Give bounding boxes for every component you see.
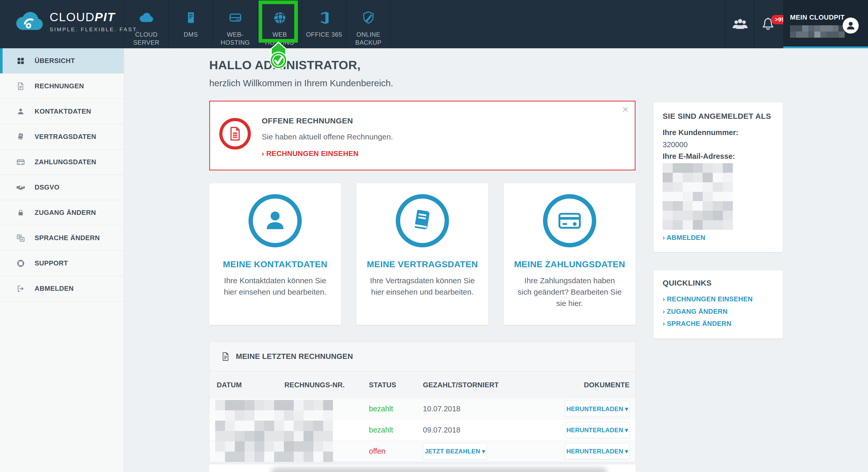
credit-card-icon — [16, 158, 25, 166]
sidebar-item-rechnungen[interactable]: RECHNUNGEN — [0, 73, 124, 99]
office-icon — [317, 9, 331, 26]
col-rechnungs-nr: RECHNUNGS-NR. — [284, 381, 345, 389]
quicklink-zugang-aendern[interactable]: › ZUGANG ÄNDERN — [663, 308, 728, 316]
close-icon[interactable]: × — [622, 104, 628, 115]
col-status: STATUS — [369, 381, 396, 389]
credit-card-icon — [557, 208, 583, 234]
card-vertragsdaten[interactable]: MEINE VERTRAGSDATEN Ihre Vertragsdaten k… — [356, 183, 488, 325]
card-kontaktdaten[interactable]: MEINE KONTAKTDATEN Ihre Kontaktdaten kön… — [209, 183, 341, 325]
card-description: Ihre Kontaktdaten können Sie hier einseh… — [222, 275, 328, 298]
sidebar-item-uebersicht[interactable]: ÜBERSICHT — [0, 48, 124, 73]
logged-in-title: SIE SIND ANGEMELDET ALS — [663, 112, 771, 121]
translate-icon: A — [16, 234, 25, 243]
person-icon — [845, 20, 857, 32]
sidebar: ÜBERSICHT RECHNUNGEN KONTAKTDATEN — [0, 48, 124, 472]
card-title: MEINE KONTAKTDATEN — [209, 259, 341, 269]
recent-invoices-panel: MEINE LETZTEN RECHNUNGEN DATUM RECHNUNGS… — [209, 342, 636, 462]
quicklinks-title: QUICKLINKS — [663, 279, 712, 287]
brand-logo[interactable]: CLOUDPIT SIMPLE. FLEXIBLE. FAST. — [16, 10, 139, 33]
handshake-icon — [16, 183, 25, 192]
col-dokumente: DOKUMENTE — [584, 381, 629, 389]
alert-view-invoices-link[interactable]: › RECHNUNGEN EINSEHEN — [262, 150, 359, 158]
server-icon — [228, 9, 243, 26]
nav-item-web-hosting-1[interactable]: WEB-HOSTING — [213, 0, 257, 48]
sidebar-item-sprache-aendern[interactable]: A SPRACHE ÄNDERN — [0, 225, 124, 251]
invoices-title: MEINE LETZTEN RECHNUNGEN — [236, 352, 353, 361]
account-label: MEIN CLOUDPIT — [790, 13, 845, 22]
book-icon — [16, 133, 25, 141]
card-ring — [249, 194, 302, 247]
book-icon — [409, 208, 435, 234]
topbar-divider — [725, 0, 726, 48]
alert-ring — [219, 118, 251, 150]
avatar[interactable] — [843, 18, 859, 34]
status-paid: bezahlt — [369, 426, 393, 434]
status-open: offen — [369, 447, 385, 455]
nav-item-cloud-server[interactable]: CLOUD SERVER — [124, 0, 168, 48]
sidebar-item-dsgvo[interactable]: DSGVO — [0, 175, 124, 200]
card-description: Ihre Zahlungsdaten haben sich geändert? … — [517, 275, 623, 309]
invoice-file-icon — [16, 82, 25, 90]
sidebar-item-abmelden[interactable]: ABMELDEN — [0, 276, 124, 301]
card-ring — [543, 194, 596, 247]
col-gezahlt-storniert: GEZAHLT/STORNIERT — [423, 381, 499, 389]
product-nav: CLOUD SERVER DMS WEB-HOSTING — [124, 0, 391, 48]
card-ring — [396, 194, 449, 247]
download-dropdown-button[interactable]: HERUNTERLADEN ▾ — [565, 422, 629, 438]
sidebar-item-vertragsdaten[interactable]: VERTRAGSDATEN — [0, 124, 124, 150]
status-paid: bezahlt — [369, 405, 393, 413]
paid-date: 10.07.2018 — [423, 405, 460, 413]
alert-message: Sie haben aktuell offene Rechnungen. — [262, 132, 393, 141]
svg-text:A: A — [21, 238, 23, 241]
logout-link[interactable]: › ABMELDEN — [663, 234, 705, 242]
person-icon — [262, 207, 288, 234]
logout-icon — [16, 285, 25, 293]
nav-item-dms[interactable]: DMS — [168, 0, 213, 48]
sidebar-item-support[interactable]: SUPPORT — [0, 251, 124, 276]
annotation-check-marker — [265, 41, 292, 71]
download-dropdown-button[interactable]: HERUNTERLADEN ▾ — [565, 443, 629, 459]
receipt-icon — [184, 9, 198, 26]
pay-now-dropdown-button[interactable]: JETZT BEZAHLEN ▾ — [423, 443, 487, 460]
customer-number-label: Ihre Kundennummer: — [663, 128, 738, 137]
brand-cloud-icon — [16, 10, 44, 30]
users-button[interactable] — [729, 0, 751, 48]
nav-item-office-365[interactable]: OFFICE 365 — [302, 0, 346, 48]
lifebuoy-icon — [16, 259, 25, 268]
quicklink-sprache-aendern[interactable]: › SPRACHE ÄNDERN — [663, 320, 731, 328]
logged-in-panel: SIE SIND ANGEMELDET ALS Ihre Kundennumme… — [654, 102, 783, 252]
grid-icon — [16, 57, 25, 65]
col-datum: DATUM — [217, 381, 242, 389]
sidebar-item-kontaktdaten[interactable]: KONTAKTDATEN — [0, 99, 124, 124]
brand-name: CLOUDPIT — [50, 10, 115, 24]
invoices-panel-header: MEINE LETZTEN RECHNUNGEN — [210, 342, 635, 371]
cloud-icon — [138, 9, 154, 26]
lock-icon — [16, 209, 25, 217]
customer-number-value: 320000 — [663, 140, 688, 149]
annotation-highlight-box — [258, 1, 298, 42]
invoices-column-header-row: DATUM RECHNUNGS-NR. STATUS GEZAHLT/STORN… — [210, 371, 635, 399]
shield-icon — [362, 9, 375, 26]
card-title: MEINE VERTRAGSDATEN — [356, 259, 488, 269]
card-description: Ihre Vertragsdaten können Sie hier einse… — [369, 275, 475, 298]
sidebar-item-zugang-aendern[interactable]: ZUGANG ÄNDERN — [0, 200, 124, 225]
open-invoices-alert: OFFENE RECHNUNGEN Sie haben aktuell offe… — [209, 101, 636, 170]
email-redacted — [663, 163, 733, 230]
users-group-icon — [732, 16, 749, 33]
quicklink-rechnungen-einsehen[interactable]: › RECHNUNGEN EINSEHEN — [663, 295, 753, 303]
account-email-redacted — [790, 25, 845, 38]
invoice-document-icon — [227, 126, 243, 141]
document-icon — [221, 352, 230, 361]
download-dropdown-button[interactable]: HERUNTERLADEN ▾ — [565, 401, 629, 417]
sidebar-item-zahlungsdaten[interactable]: ZAHLUNGSDATEN — [0, 150, 124, 175]
person-icon — [16, 107, 25, 116]
card-zahlungsdaten[interactable]: MEINE ZAHLUNGSDATEN Ihre Zahlungsdaten h… — [504, 183, 636, 325]
alert-title: OFFENE RECHNUNGEN — [262, 117, 353, 125]
nav-item-online-backup[interactable]: ONLINE BACKUP — [346, 0, 391, 48]
topbar-divider — [754, 0, 754, 48]
next-section-panel — [209, 465, 636, 472]
card-title: MEINE ZAHLUNGSDATEN — [504, 259, 636, 269]
quicklinks-panel: QUICKLINKS › RECHNUNGEN EINSEHEN › ZUGAN… — [654, 270, 783, 339]
paid-date: 09.07.2018 — [423, 426, 460, 434]
panel-shadow — [271, 468, 607, 472]
